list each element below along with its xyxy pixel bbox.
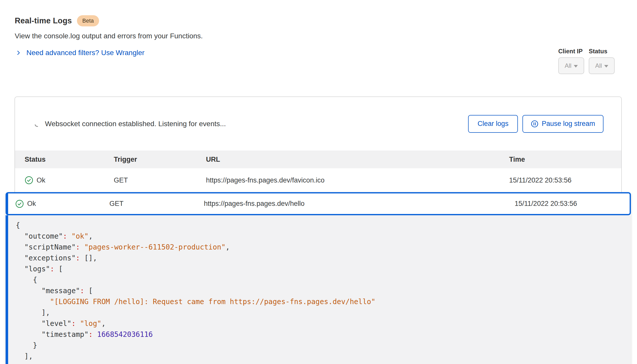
code-line: ],	[16, 307, 623, 318]
code-line: "exceptions": [],	[16, 253, 623, 263]
code-line: {	[16, 274, 623, 285]
table-row[interactable]: Ok GET https://pages-fns.pages.dev/favic…	[15, 168, 621, 192]
trigger-cell: GET	[109, 193, 124, 214]
chevron-right-icon	[16, 50, 21, 56]
caret-down-icon	[604, 65, 608, 68]
pause-log-stream-button[interactable]: Pause log stream	[522, 115, 603, 133]
column-header-status: Status	[25, 151, 46, 168]
code-line: }	[16, 340, 623, 351]
clear-logs-label: Clear logs	[477, 120, 508, 128]
log-detail-code: { "outcome": "ok", "scriptName": "pages-…	[16, 220, 623, 362]
status-label: Status	[589, 48, 607, 55]
time-cell: 15/11/2022 20:53:56	[515, 193, 577, 214]
code-line: ],	[16, 351, 623, 362]
pause-icon	[531, 120, 538, 128]
check-circle-icon	[15, 200, 24, 208]
page-subtitle: View the console.log output and errors f…	[15, 32, 203, 40]
client-ip-dropdown-value: All	[565, 62, 571, 69]
pause-log-stream-label: Pause log stream	[542, 120, 595, 128]
beta-badge: Beta	[77, 15, 99, 26]
client-ip-dropdown[interactable]: All	[558, 57, 584, 74]
status-text: Ok	[27, 200, 36, 208]
column-header-trigger: Trigger	[114, 151, 137, 168]
code-line: "timestamp": 1668542036116	[16, 329, 623, 340]
url-cell: https://pages-fns.pages.dev/hello	[204, 193, 305, 214]
table-header-row: Status Trigger URL Time	[15, 151, 621, 168]
table-row-expanded[interactable]: Ok GET https://pages-fns.pages.dev/hello…	[6, 192, 631, 215]
time-cell: 15/11/2022 20:53:56	[509, 168, 571, 192]
client-ip-label: Client IP	[558, 48, 583, 55]
code-line: {	[16, 220, 623, 231]
code-line: "scriptName": "pages-worker--611502-prod…	[16, 242, 623, 253]
wrangler-filters-link[interactable]: Need advanced filters? Use Wrangler	[16, 49, 145, 57]
status-text: Ok	[37, 176, 45, 184]
column-header-url: URL	[206, 151, 220, 168]
expanded-log-card: Ok GET https://pages-fns.pages.dev/hello…	[6, 192, 631, 364]
trigger-cell: GET	[114, 168, 128, 192]
caret-down-icon	[574, 65, 578, 68]
status-cell: Ok	[15, 193, 36, 214]
page-header: Real-time Logs Beta	[15, 15, 99, 26]
wrangler-link-label: Need advanced filters? Use Wrangler	[26, 49, 145, 57]
url-cell: https://pages-fns.pages.dev/favicon.ico	[206, 168, 325, 192]
code-line: "level": "log",	[16, 318, 623, 329]
status-dropdown-value: All	[595, 62, 602, 69]
status-cell: Ok	[25, 168, 45, 192]
code-line: "message": [	[16, 285, 623, 296]
code-line: "outcome": "ok",	[16, 231, 623, 242]
log-detail-panel: { "outcome": "ok", "scriptName": "pages-…	[6, 215, 631, 364]
code-line: "logs": [	[16, 263, 623, 274]
status-dropdown[interactable]: All	[589, 57, 615, 74]
check-circle-icon	[25, 176, 33, 185]
code-line: "[LOGGING FROM /hello]: Request came fro…	[16, 296, 623, 307]
page-title: Real-time Logs	[15, 16, 72, 25]
column-header-time: Time	[509, 151, 525, 168]
spinner-icon	[34, 121, 41, 127]
clear-logs-button[interactable]: Clear logs	[468, 115, 518, 133]
websocket-status-text: Websocket connection established. Listen…	[45, 120, 226, 128]
logs-toolbar: Websocket connection established. Listen…	[15, 97, 621, 151]
